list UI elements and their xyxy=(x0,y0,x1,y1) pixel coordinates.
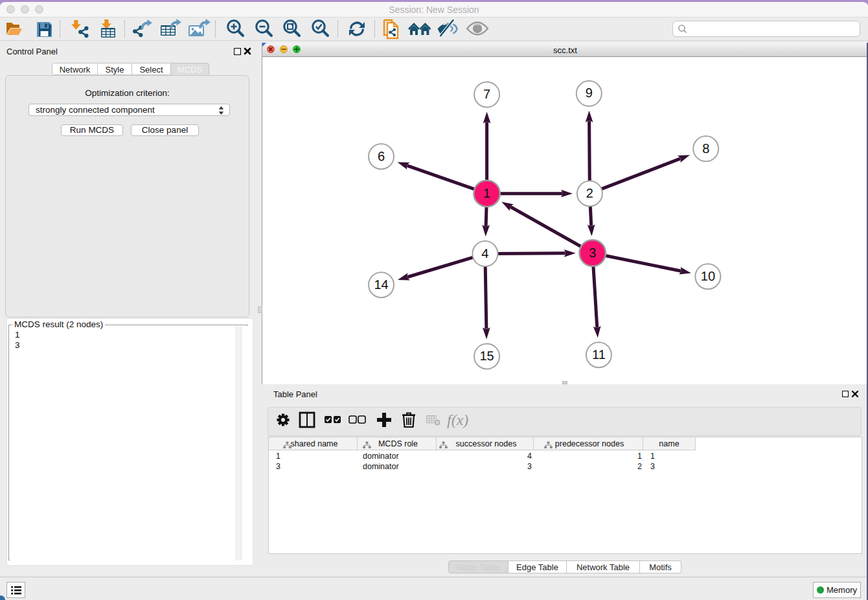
svg-text:7: 7 xyxy=(483,87,490,102)
svg-text:1: 1 xyxy=(483,187,490,201)
svg-text:6: 6 xyxy=(378,150,385,164)
svg-text:8: 8 xyxy=(702,142,709,156)
svg-text:9: 9 xyxy=(586,86,593,100)
svg-text:4: 4 xyxy=(481,247,488,261)
svg-text:15: 15 xyxy=(479,349,494,363)
svg-text:3: 3 xyxy=(589,246,596,260)
svg-text:10: 10 xyxy=(701,270,715,284)
svg-text:2: 2 xyxy=(586,187,593,201)
svg-text:11: 11 xyxy=(592,348,606,362)
svg-text:14: 14 xyxy=(374,278,388,292)
